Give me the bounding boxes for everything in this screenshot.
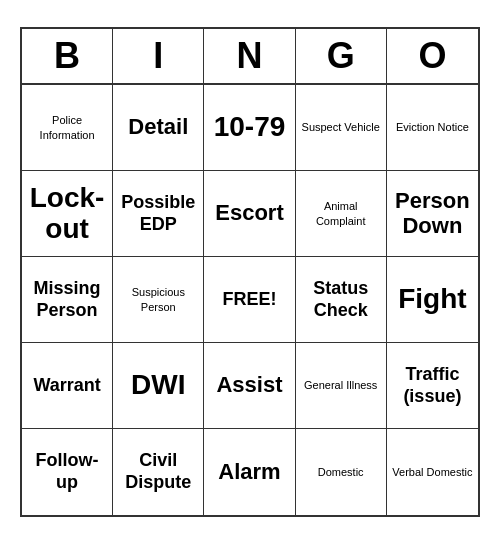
bingo-cell-15: Warrant (22, 343, 113, 429)
cell-text-1: Detail (128, 115, 188, 139)
bingo-cell-2: 10-79 (204, 85, 295, 171)
cell-text-6: Possible EDP (117, 192, 199, 235)
cell-text-7: Escort (215, 201, 283, 225)
cell-text-11: Suspicious Person (117, 285, 199, 314)
cell-text-5: Lock-out (26, 183, 108, 245)
bingo-cell-8: Animal Complaint (296, 171, 387, 257)
bingo-cell-0: Police Information (22, 85, 113, 171)
cell-text-13: Status Check (300, 278, 382, 321)
cell-text-23: Domestic (318, 465, 364, 479)
cell-text-4: Eviction Notice (396, 120, 469, 134)
bingo-cell-19: Traffic (issue) (387, 343, 478, 429)
bingo-card: BINGO Police InformationDetail10-79Suspe… (20, 27, 480, 517)
bingo-cell-23: Domestic (296, 429, 387, 515)
bingo-header: BINGO (22, 29, 478, 85)
bingo-cell-11: Suspicious Person (113, 257, 204, 343)
bingo-letter-O: O (387, 29, 478, 83)
bingo-cell-12: FREE! (204, 257, 295, 343)
bingo-letter-N: N (204, 29, 295, 83)
bingo-cell-13: Status Check (296, 257, 387, 343)
bingo-cell-14: Fight (387, 257, 478, 343)
bingo-letter-G: G (296, 29, 387, 83)
bingo-cell-6: Possible EDP (113, 171, 204, 257)
cell-text-16: DWI (131, 370, 185, 401)
cell-text-10: Missing Person (26, 278, 108, 321)
bingo-letter-I: I (113, 29, 204, 83)
bingo-cell-17: Assist (204, 343, 295, 429)
bingo-cell-3: Suspect Vehicle (296, 85, 387, 171)
cell-text-2: 10-79 (214, 112, 286, 143)
cell-text-12: FREE! (222, 289, 276, 311)
bingo-letter-B: B (22, 29, 113, 83)
cell-text-19: Traffic (issue) (391, 364, 474, 407)
bingo-cell-16: DWI (113, 343, 204, 429)
cell-text-0: Police Information (26, 113, 108, 142)
bingo-cell-7: Escort (204, 171, 295, 257)
bingo-cell-1: Detail (113, 85, 204, 171)
bingo-cell-20: Follow-up (22, 429, 113, 515)
cell-text-17: Assist (216, 373, 282, 397)
cell-text-8: Animal Complaint (300, 199, 382, 228)
cell-text-18: General Illness (304, 378, 377, 392)
bingo-cell-4: Eviction Notice (387, 85, 478, 171)
cell-text-9: Person Down (391, 189, 474, 237)
cell-text-14: Fight (398, 284, 466, 315)
bingo-cell-21: Civil Dispute (113, 429, 204, 515)
bingo-cell-9: Person Down (387, 171, 478, 257)
bingo-grid: Police InformationDetail10-79Suspect Veh… (22, 85, 478, 515)
cell-text-15: Warrant (33, 375, 100, 397)
bingo-cell-5: Lock-out (22, 171, 113, 257)
cell-text-20: Follow-up (26, 450, 108, 493)
bingo-cell-24: Verbal Domestic (387, 429, 478, 515)
cell-text-3: Suspect Vehicle (302, 120, 380, 134)
bingo-cell-10: Missing Person (22, 257, 113, 343)
cell-text-22: Alarm (218, 460, 280, 484)
bingo-cell-22: Alarm (204, 429, 295, 515)
cell-text-24: Verbal Domestic (392, 465, 472, 479)
cell-text-21: Civil Dispute (117, 450, 199, 493)
bingo-cell-18: General Illness (296, 343, 387, 429)
